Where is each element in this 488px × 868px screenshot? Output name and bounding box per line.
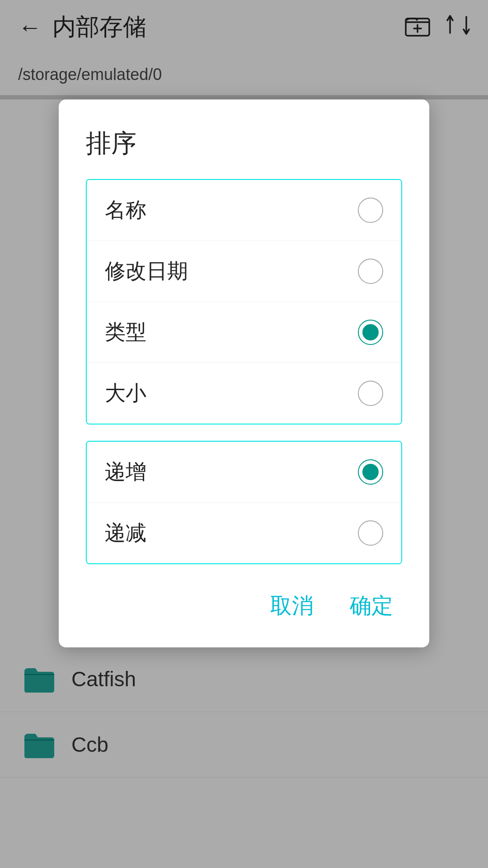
sort-option-name-radio[interactable] (358, 198, 383, 223)
sort-option-size[interactable]: 大小 (87, 363, 401, 424)
sort-option-date-radio[interactable] (358, 259, 383, 284)
order-option-desc[interactable]: 递减 (87, 503, 401, 563)
order-option-asc-radio[interactable] (358, 459, 383, 485)
dialog-actions: 取消 确定 (86, 587, 402, 625)
sort-option-type-label: 类型 (105, 318, 146, 346)
dialog-title: 排序 (86, 127, 402, 161)
cancel-button[interactable]: 取消 (261, 587, 323, 625)
sort-option-date-label: 修改日期 (105, 257, 188, 285)
sort-option-type[interactable]: 类型 (87, 302, 401, 363)
confirm-button[interactable]: 确定 (341, 587, 402, 625)
sort-option-name[interactable]: 名称 (87, 180, 401, 241)
order-option-desc-label: 递减 (105, 519, 146, 547)
sort-option-date[interactable]: 修改日期 (87, 241, 401, 302)
order-group: 递增 递减 (86, 441, 402, 564)
sort-by-group: 名称 修改日期 类型 大小 (86, 179, 402, 425)
sort-option-name-label: 名称 (105, 196, 146, 224)
sort-option-size-label: 大小 (105, 379, 146, 407)
sort-option-size-radio[interactable] (358, 381, 383, 406)
sort-dialog: 排序 名称 修改日期 类型 大小 递增 (59, 99, 429, 647)
order-option-desc-radio[interactable] (358, 520, 383, 546)
sort-option-type-radio[interactable] (358, 320, 383, 345)
order-option-asc-label: 递增 (105, 458, 146, 486)
order-option-asc[interactable]: 递增 (87, 442, 401, 503)
overlay: 排序 名称 修改日期 类型 大小 递增 (0, 0, 488, 868)
